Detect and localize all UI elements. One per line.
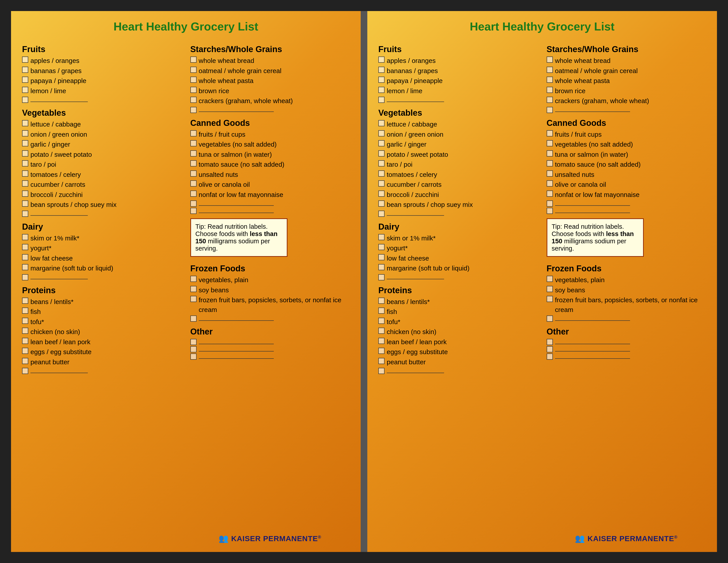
checkbox[interactable] — [378, 244, 385, 250]
checkbox[interactable] — [378, 234, 385, 240]
checkbox[interactable] — [190, 130, 197, 136]
checkbox[interactable] — [22, 87, 28, 93]
checkbox[interactable] — [378, 358, 385, 364]
checkbox[interactable] — [378, 264, 385, 270]
checkbox[interactable] — [22, 67, 28, 73]
checkbox[interactable] — [22, 120, 28, 126]
checkbox[interactable] — [378, 368, 385, 374]
checkbox[interactable] — [190, 140, 197, 146]
checkbox[interactable] — [190, 67, 197, 73]
checkbox[interactable] — [22, 190, 28, 197]
checkbox[interactable] — [547, 208, 553, 214]
checkbox[interactable] — [378, 190, 385, 197]
checkbox[interactable] — [190, 354, 197, 360]
checkbox[interactable] — [378, 274, 385, 280]
checkbox[interactable] — [22, 211, 28, 217]
checkbox[interactable] — [547, 286, 553, 292]
checkbox[interactable] — [190, 346, 197, 352]
checkbox[interactable] — [547, 97, 553, 103]
checkbox[interactable] — [547, 150, 553, 156]
checkbox[interactable] — [547, 190, 553, 197]
checkbox[interactable] — [378, 140, 385, 146]
checkbox[interactable] — [378, 348, 385, 354]
checkbox[interactable] — [547, 316, 553, 322]
checkbox[interactable] — [190, 87, 197, 93]
checkbox[interactable] — [547, 130, 553, 136]
checkbox[interactable] — [190, 190, 197, 197]
checkbox[interactable] — [190, 200, 197, 207]
checkbox[interactable] — [547, 160, 553, 166]
checkbox[interactable] — [547, 140, 553, 146]
checkbox[interactable] — [190, 107, 197, 113]
checkbox[interactable] — [547, 296, 553, 302]
checkbox[interactable] — [547, 170, 553, 177]
checkbox[interactable] — [22, 338, 28, 344]
checkbox[interactable] — [378, 150, 385, 156]
checkbox[interactable] — [190, 180, 197, 186]
checkbox[interactable] — [190, 77, 197, 83]
checkbox[interactable] — [547, 276, 553, 282]
checkbox[interactable] — [22, 77, 28, 83]
checkbox[interactable] — [378, 328, 385, 334]
checkbox[interactable] — [22, 200, 28, 207]
checkbox[interactable] — [22, 130, 28, 136]
checkbox[interactable] — [190, 286, 197, 292]
checkbox[interactable] — [190, 316, 197, 322]
checkbox[interactable] — [547, 77, 553, 83]
checkbox[interactable] — [190, 97, 197, 103]
checkbox[interactable] — [378, 97, 385, 103]
checkbox[interactable] — [547, 354, 553, 360]
checkbox[interactable] — [22, 254, 28, 260]
checkbox[interactable] — [378, 254, 385, 260]
checkbox[interactable] — [22, 274, 28, 280]
checkbox[interactable] — [378, 170, 385, 177]
checkbox[interactable] — [378, 67, 385, 73]
checkbox[interactable] — [190, 170, 197, 177]
checkbox[interactable] — [547, 180, 553, 186]
checkbox[interactable] — [378, 56, 385, 63]
checkbox[interactable] — [22, 264, 28, 270]
checkbox[interactable] — [547, 67, 553, 73]
checkbox[interactable] — [22, 150, 28, 156]
checkbox[interactable] — [190, 208, 197, 214]
checkbox[interactable] — [22, 298, 28, 304]
checkbox[interactable] — [22, 56, 28, 63]
checkbox[interactable] — [547, 346, 553, 352]
checkbox[interactable] — [190, 160, 197, 166]
checkbox[interactable] — [22, 234, 28, 240]
checkbox[interactable] — [22, 308, 28, 314]
checkbox[interactable] — [22, 368, 28, 374]
checkbox[interactable] — [190, 276, 197, 282]
checkbox[interactable] — [22, 180, 28, 186]
checkbox[interactable] — [547, 56, 553, 63]
checkbox[interactable] — [378, 120, 385, 126]
checkbox[interactable] — [378, 298, 385, 304]
checkbox[interactable] — [378, 338, 385, 344]
checkbox[interactable] — [547, 339, 553, 345]
checkbox[interactable] — [22, 170, 28, 177]
checkbox[interactable] — [22, 358, 28, 364]
checkbox[interactable] — [190, 296, 197, 302]
checkbox[interactable] — [378, 77, 385, 83]
checkbox[interactable] — [190, 150, 197, 156]
checkbox[interactable] — [378, 87, 385, 93]
checkbox[interactable] — [547, 107, 553, 113]
checkbox[interactable] — [547, 87, 553, 93]
checkbox[interactable] — [22, 244, 28, 250]
checkbox[interactable] — [547, 200, 553, 207]
checkbox[interactable] — [22, 160, 28, 166]
checkbox[interactable] — [22, 318, 28, 324]
checkbox[interactable] — [378, 130, 385, 136]
checkbox[interactable] — [22, 328, 28, 334]
checkbox[interactable] — [378, 200, 385, 207]
checkbox[interactable] — [190, 56, 197, 63]
checkbox[interactable] — [22, 348, 28, 354]
checkbox[interactable] — [378, 160, 385, 166]
checkbox[interactable] — [378, 180, 385, 186]
checkbox[interactable] — [378, 318, 385, 324]
checkbox[interactable] — [378, 308, 385, 314]
checkbox[interactable] — [190, 339, 197, 345]
checkbox[interactable] — [22, 97, 28, 103]
checkbox[interactable] — [378, 211, 385, 217]
checkbox[interactable] — [22, 140, 28, 146]
